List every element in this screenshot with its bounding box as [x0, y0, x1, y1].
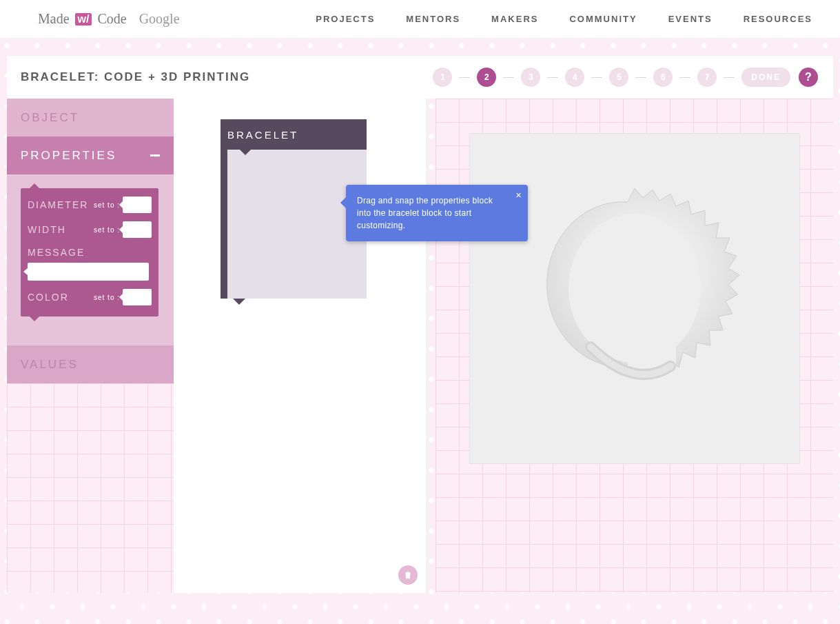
step-3[interactable]: 3	[521, 68, 540, 87]
bracelet-block[interactable]: BRACELET	[221, 119, 367, 299]
prop-row-diameter: DIAMETER set to :	[28, 197, 152, 213]
step-sep	[459, 77, 470, 78]
brand-code: Code	[97, 11, 126, 27]
panel-object-header[interactable]: OBJECT	[7, 99, 174, 137]
nav-resources[interactable]: RESOURCES	[744, 14, 812, 24]
collapse-icon[interactable]	[150, 154, 160, 157]
brand-made: Made	[38, 11, 70, 27]
step-sep	[724, 77, 735, 78]
panel-properties-header[interactable]: PROPERTIES	[7, 137, 174, 174]
prop-row-color: COLOR set to :	[28, 289, 152, 305]
bracelet-3d-icon	[524, 174, 745, 423]
message-slot[interactable]	[28, 263, 149, 281]
preview-pane	[436, 99, 833, 593]
brand-google: Google	[139, 11, 180, 27]
step-sep	[635, 77, 646, 78]
setto-label: set to :	[94, 294, 120, 301]
setto-label: set to :	[94, 201, 120, 209]
nav-makers[interactable]: MAKERS	[491, 14, 538, 24]
bracelet-notch-icon	[240, 150, 251, 155]
color-slot[interactable]	[123, 289, 152, 305]
project-title: BRACELET: CODE + 3D PRINTING	[21, 70, 250, 84]
brand-logo[interactable]: Made w/ Code Google	[38, 11, 180, 27]
prop-row-message: MESSAGE	[28, 246, 152, 281]
panel-properties-body: DIAMETER set to : WIDTH set to : MESSAGE…	[7, 174, 174, 345]
step-4[interactable]: 4	[565, 68, 584, 87]
svg-point-0	[568, 214, 701, 363]
step-sep	[679, 77, 690, 78]
step-2[interactable]: 2	[477, 68, 496, 87]
step-sep	[591, 77, 602, 78]
help-button[interactable]: ?	[799, 68, 818, 87]
nav-events[interactable]: EVENTS	[668, 14, 713, 24]
nav-community[interactable]: COMMUNITY	[569, 14, 637, 24]
properties-block[interactable]: DIAMETER set to : WIDTH set to : MESSAGE…	[21, 188, 158, 316]
top-nav: Made w/ Code Google PROJECTS MENTORS MAK…	[0, 0, 840, 38]
width-slot[interactable]	[123, 221, 152, 238]
prop-diameter-label: DIAMETER	[28, 199, 88, 210]
nav-projects[interactable]: PROJECTS	[316, 14, 375, 24]
step-6[interactable]: 6	[653, 68, 673, 87]
sidebar: OBJECT PROPERTIES DIAMETER set to : WIDT…	[7, 99, 174, 593]
step-sep	[503, 77, 514, 78]
hint-tooltip: Drag and snap the properties block into …	[346, 185, 528, 241]
step-5[interactable]: 5	[609, 68, 628, 87]
prop-row-width: WIDTH set to :	[28, 221, 152, 238]
panel-values-header[interactable]: VALUES	[7, 345, 174, 383]
bracelet-block-title: BRACELET	[221, 119, 367, 150]
tooltip-close-button[interactable]: ×	[516, 188, 522, 203]
done-button[interactable]: DONE	[741, 68, 790, 87]
brand-w: w/	[75, 13, 92, 26]
diameter-slot[interactable]	[123, 197, 152, 213]
prop-width-label: WIDTH	[28, 224, 66, 235]
step-7[interactable]: 7	[697, 68, 717, 87]
step-1[interactable]: 1	[433, 68, 452, 87]
preview-canvas[interactable]	[469, 133, 800, 464]
nav-links: PROJECTS MENTORS MAKERS COMMUNITY EVENTS…	[316, 14, 812, 24]
workspace: OBJECT PROPERTIES DIAMETER set to : WIDT…	[7, 99, 833, 593]
panel-values-label: VALUES	[21, 358, 79, 372]
trash-button[interactable]	[398, 565, 418, 585]
block-canvas[interactable]: BRACELET Drag and snap the properties bl…	[174, 99, 429, 593]
nav-mentors[interactable]: MENTORS	[406, 14, 460, 24]
step-indicator: 1 2 3 4 5 6 7 DONE	[433, 68, 790, 87]
panel-properties-label: PROPERTIES	[21, 149, 116, 163]
prop-color-label: COLOR	[28, 292, 69, 303]
tooltip-text: Drag and snap the properties block into …	[357, 196, 493, 230]
setto-label: set to :	[94, 226, 120, 234]
prop-message-label: MESSAGE	[28, 247, 85, 258]
project-header: BRACELET: CODE + 3D PRINTING 1 2 3 4 5 6…	[7, 56, 833, 99]
trash-icon	[403, 570, 413, 580]
step-sep	[547, 77, 558, 78]
sidebar-grid-area	[7, 383, 174, 593]
panel-object-label: OBJECT	[21, 111, 79, 125]
